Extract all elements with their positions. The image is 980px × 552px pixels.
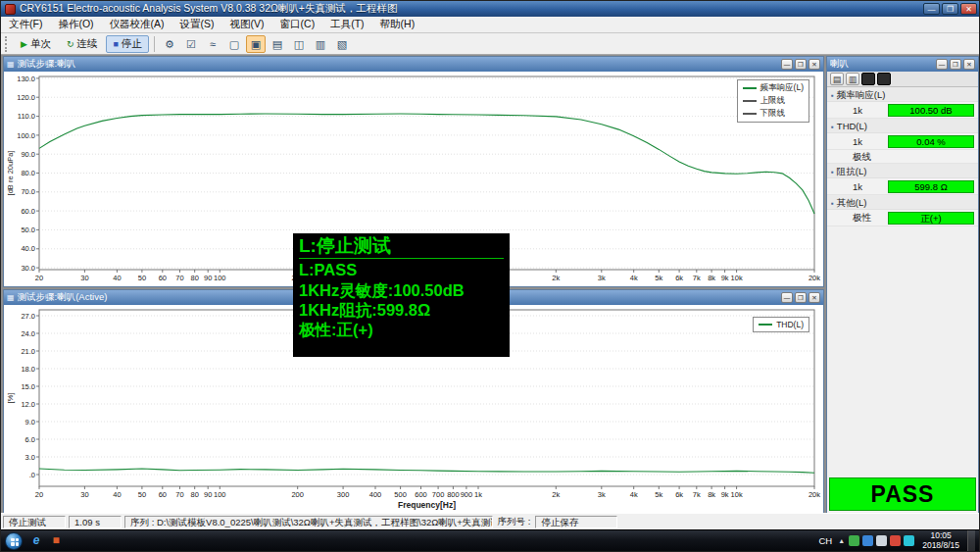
maximize-button[interactable]: ❐: [942, 3, 958, 15]
tray-icons: [849, 535, 914, 546]
svg-text:40: 40: [113, 490, 121, 499]
svg-text:3k: 3k: [598, 274, 606, 282]
menu-item[interactable]: 工具(T): [322, 17, 371, 32]
panel-header-buttons: —❐✕: [781, 292, 820, 303]
show-desktop-button[interactable]: [967, 530, 975, 552]
app-icon: [5, 4, 16, 15]
svg-text:.0: .0: [29, 471, 35, 479]
save-icon[interactable]: ▣: [246, 35, 266, 53]
svg-text:15.0: 15.0: [21, 382, 35, 391]
tray-network-icon[interactable]: [862, 535, 873, 546]
single-run-button[interactable]: ▶单次: [14, 35, 58, 53]
svg-text:20: 20: [35, 490, 43, 499]
toolbar: ▶单次↻连续■停止 ⚙☑≈▢▣▤◫▥▧: [1, 33, 979, 55]
grid-view-icon[interactable]: ▥: [846, 73, 859, 85]
list-view-icon[interactable]: ▤: [830, 73, 844, 85]
tray-expand-icon[interactable]: ▲: [838, 537, 845, 544]
language-indicator[interactable]: CH: [817, 535, 835, 546]
panel-chart-icon: ▦: [7, 293, 15, 302]
tray-volume-icon[interactable]: [876, 535, 887, 546]
svg-text:7k: 7k: [693, 490, 701, 499]
menu-item[interactable]: 文件(F): [1, 17, 50, 32]
report-icon[interactable]: ▤: [268, 35, 287, 53]
svg-text:80: 80: [191, 490, 199, 499]
panel-close-button[interactable]: ✕: [963, 59, 975, 70]
svg-text:9k: 9k: [721, 490, 729, 499]
svg-text:2k: 2k: [552, 490, 560, 499]
calibration-check-icon[interactable]: ☑: [181, 35, 201, 53]
continuous-run-button[interactable]: ↻连续: [60, 35, 105, 53]
frequency-response-panel-header[interactable]: ▦ 测试步骤:喇叭 —❐✕: [4, 57, 823, 72]
tile-vertical-icon[interactable]: ▥: [311, 35, 330, 53]
cascade-windows-icon[interactable]: ▧: [332, 35, 352, 53]
toolbar-separator: [154, 36, 155, 52]
panel-maximize-button[interactable]: ❐: [950, 59, 961, 70]
svg-text:80.0: 80.0: [21, 169, 35, 177]
svg-text:50: 50: [138, 490, 146, 499]
close-button[interactable]: ✕: [960, 3, 977, 15]
panel-maximize-button[interactable]: ❐: [795, 59, 807, 70]
result-section-header: ▪THD(L): [827, 119, 978, 133]
menu-item[interactable]: 窗口(C): [272, 17, 323, 32]
svg-text:110.0: 110.0: [18, 112, 35, 121]
curve-icon[interactable]: ≈: [203, 35, 222, 53]
single-run-button-label: 单次: [30, 37, 51, 51]
results-panel-toolbar: ▤▥: [827, 72, 978, 87]
settings-icon[interactable]: ⚙: [160, 35, 179, 53]
black-swatch2-icon[interactable]: [877, 73, 891, 85]
result-section-header: ▪其他(L): [827, 195, 978, 210]
open-file-icon[interactable]: ▢: [224, 35, 244, 53]
panel-minimize-button[interactable]: —: [936, 59, 948, 70]
menu-item[interactable]: 操作(O): [50, 17, 101, 32]
menu-item[interactable]: 帮助(H): [372, 17, 423, 32]
menu-item[interactable]: 视图(V): [222, 17, 272, 32]
panel-minimize-button[interactable]: —: [781, 292, 793, 303]
menu-item[interactable]: 设置(S): [172, 17, 222, 32]
svg-text:2k: 2k: [552, 274, 560, 282]
legend-entry: 频率响应(L): [743, 82, 804, 94]
taskbar-clock[interactable]: 10:05 2018/8/15: [922, 531, 959, 551]
title-bar[interactable]: CRY6151 Electro-acoustic Analysis System…: [1, 1, 979, 17]
tray-message-icon[interactable]: [904, 535, 914, 546]
measurement-readout-overlay: L:停止测试L:PASS1KHz灵敏度:100.50dB1KHz阻抗:599.8…: [293, 233, 510, 357]
panel-close-button[interactable]: ✕: [808, 59, 820, 70]
panel-minimize-button[interactable]: —: [781, 59, 793, 70]
legend-entry: THD(L): [759, 320, 804, 329]
panel-close-button[interactable]: ✕: [808, 292, 820, 303]
stop-button[interactable]: ■停止: [106, 35, 148, 53]
windows-taskbar: e■ CH ▲ 10:05 2018/8/15: [1, 529, 979, 551]
results-panel: 喇叭 —❐✕ ▤▥ ▪频率响应(L)1k100.50 dB▪THD(L)1k0.…: [826, 56, 979, 514]
menu-item[interactable]: 仪器校准(A): [102, 17, 172, 32]
svg-text:40: 40: [113, 274, 121, 282]
svg-text:5k: 5k: [655, 274, 662, 282]
tray-shield-icon[interactable]: [849, 535, 859, 546]
app-launcher-icon[interactable]: ■: [48, 533, 64, 549]
svg-text:50: 50: [138, 274, 146, 282]
tray-update-icon[interactable]: [890, 535, 901, 546]
start-button[interactable]: [5, 532, 23, 550]
section-bullet-icon: ▪: [831, 199, 834, 208]
panel-maximize-button[interactable]: ❐: [795, 292, 807, 303]
result-value: 100.50 dB: [888, 104, 974, 117]
result-row-label: 1k: [827, 136, 888, 147]
black-swatch-icon[interactable]: [861, 73, 875, 85]
svg-text:20: 20: [35, 274, 43, 282]
legend-label: 频率响应(L): [760, 82, 804, 94]
section-bullet-icon: ▪: [831, 168, 834, 176]
ie-icon[interactable]: e: [28, 533, 44, 549]
svg-text:4k: 4k: [630, 274, 638, 282]
svg-text:1k: 1k: [474, 490, 482, 499]
svg-text:21.0: 21.0: [21, 347, 35, 356]
tile-horizontal-icon[interactable]: ◫: [289, 35, 309, 53]
toolbar-grip[interactable]: [5, 36, 9, 52]
panel-chart-icon: ▦: [7, 60, 15, 69]
minimize-button[interactable]: —: [923, 3, 940, 15]
svg-text:400: 400: [369, 490, 382, 499]
svg-text:5k: 5k: [655, 490, 662, 499]
svg-text:500: 500: [394, 490, 407, 499]
results-list: ▪频率响应(L)1k100.50 dB▪THD(L)1k0.04 %极线▪阻抗(…: [827, 87, 978, 226]
svg-text:6.0: 6.0: [25, 435, 35, 444]
status-sequence-path: 序列 : D:\测试模板V8.0_0225\喇叭测试\32Ω喇叭+失真测试，工程…: [124, 516, 493, 528]
result-row: 1k100.50 dB: [827, 102, 978, 119]
results-panel-header[interactable]: 喇叭 —❐✕: [827, 57, 978, 72]
